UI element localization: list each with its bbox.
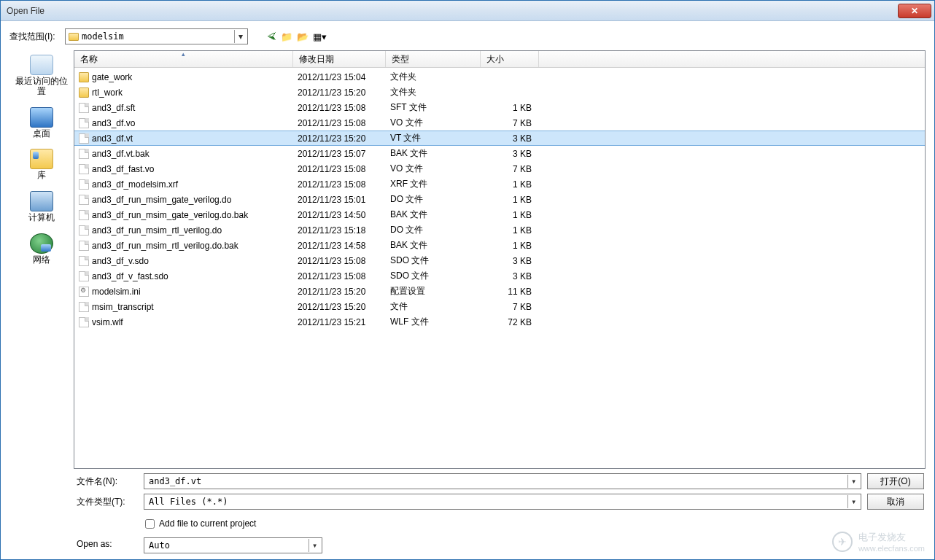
file-row[interactable]: modelsim.ini2012/11/23 15:20配置设置11 KB [74, 284, 925, 299]
file-date: 2012/11/23 15:21 [298, 317, 390, 327]
file-icon [79, 256, 89, 266]
main-row: 最近访问的位置 桌面 库 计算机 网络 [9, 50, 926, 469]
file-row[interactable]: rtl_work2012/11/23 15:20文件夹 [74, 85, 925, 100]
file-name: modelsim.ini [92, 287, 141, 297]
place-desktop[interactable]: 桌面 [15, 107, 68, 139]
file-type: VO 文件 [390, 163, 485, 175]
file-date: 2012/11/23 15:20 [298, 302, 390, 312]
file-row[interactable]: and3_df_run_msim_gate_verilog.do2012/11/… [74, 192, 925, 207]
cancel-button[interactable]: 取消 [867, 494, 924, 510]
view-menu-icon[interactable]: ▦▾ [313, 31, 327, 42]
place-recent[interactable]: 最近访问的位置 [15, 55, 68, 97]
add-to-project-checkbox[interactable] [145, 519, 155, 529]
recent-places-icon [30, 55, 53, 75]
file-type: DO 文件 [390, 193, 485, 206]
place-libraries[interactable]: 库 [15, 149, 68, 181]
file-row[interactable]: and3_df_modelsim.xrf2012/11/23 15:08XRF … [74, 176, 925, 192]
file-date: 2012/11/23 14:58 [298, 241, 390, 251]
file-row[interactable]: and3_df_v_fast.sdo2012/11/23 15:08SDO 文件… [74, 268, 925, 284]
file-row[interactable]: and3_df.vo2012/11/23 15:08VO 文件7 KB [74, 115, 925, 131]
file-icon [79, 179, 89, 190]
up-folder-icon[interactable]: 📁 [281, 31, 292, 42]
file-type: SDO 文件 [390, 270, 485, 282]
filename-label: 文件名(N): [74, 475, 144, 488]
file-name: msim_transcript [92, 302, 154, 312]
file-type: VT 文件 [390, 132, 485, 144]
file-name: and3_df.vo [92, 118, 135, 128]
file-name: and3_df_modelsim.xrf [92, 179, 178, 190]
column-header-name[interactable]: 名称 [74, 51, 293, 67]
file-name: and3_df_v.sdo [92, 256, 149, 266]
file-type: BAK 文件 [390, 147, 485, 160]
file-name: and3_df_v_fast.sdo [92, 271, 168, 281]
column-header-date[interactable]: 修改日期 [293, 51, 386, 67]
desktop-icon [30, 107, 53, 128]
file-icon [79, 133, 89, 144]
place-label: 网络 [15, 255, 68, 265]
file-size: 11 KB [485, 287, 540, 297]
file-date: 2012/11/23 15:01 [298, 195, 390, 205]
file-name: and3_df_fast.vo [92, 164, 154, 174]
lookup-value: modelsim [82, 31, 234, 42]
file-icon [79, 164, 89, 174]
file-size: 1 KB [485, 103, 540, 113]
file-list[interactable]: gate_work2012/11/23 15:04文件夹rtl_work2012… [74, 68, 925, 468]
file-icon [79, 195, 89, 205]
place-computer[interactable]: 计算机 [15, 191, 68, 223]
file-size: 3 KB [485, 256, 540, 266]
file-row[interactable]: and3_df.vt.bak2012/11/23 15:07BAK 文件3 KB [74, 146, 925, 161]
file-type: DO 文件 [390, 224, 485, 236]
file-type: 文件夹 [390, 71, 485, 83]
place-label: 最近访问的位置 [15, 77, 68, 97]
place-network[interactable]: 网络 [15, 233, 68, 265]
file-name: gate_work [92, 72, 132, 82]
chevron-down-icon[interactable]: ▾ [847, 495, 859, 508]
file-type: SDO 文件 [390, 254, 485, 267]
file-name: and3_df.sft [92, 103, 135, 113]
window-title: Open File [4, 6, 898, 16]
file-size: 3 KB [485, 133, 540, 144]
openas-select[interactable]: Auto ▾ [144, 537, 322, 553]
back-icon[interactable]: ⮘ [267, 31, 276, 42]
file-type: 文件夹 [390, 86, 485, 98]
new-folder-icon[interactable]: 📂 [297, 31, 309, 42]
file-icon [79, 302, 89, 312]
filename-input[interactable]: and3_df.vt ▾ [144, 473, 861, 489]
chevron-down-icon[interactable]: ▾ [309, 539, 320, 552]
close-button[interactable]: ✕ [898, 4, 931, 18]
file-type: SFT 文件 [390, 101, 485, 114]
file-icon [79, 118, 89, 128]
folder-icon [69, 33, 79, 41]
column-header-type[interactable]: 类型 [386, 51, 481, 67]
column-header-size[interactable]: 大小 [481, 51, 539, 67]
chevron-down-icon[interactable]: ▾ [847, 475, 859, 488]
file-row[interactable]: gate_work2012/11/23 15:04文件夹 [74, 69, 925, 85]
place-label: 库 [15, 171, 68, 181]
file-icon [79, 317, 89, 327]
filetype-select[interactable]: All Files (*.*) ▾ [144, 494, 861, 510]
file-row[interactable]: msim_transcript2012/11/23 15:20文件7 KB [74, 299, 925, 314]
file-type: BAK 文件 [390, 239, 485, 252]
file-size: 1 KB [485, 179, 540, 190]
file-size: 1 KB [485, 210, 540, 220]
file-row[interactable]: and3_df_v.sdo2012/11/23 15:08SDO 文件3 KB [74, 253, 925, 268]
file-row[interactable]: and3_df.sft2012/11/23 15:08SFT 文件1 KB [74, 100, 925, 115]
file-date: 2012/11/23 15:20 [298, 287, 390, 297]
titlebar[interactable]: Open File ✕ [1, 1, 934, 21]
file-row[interactable]: vsim.wlf2012/11/23 15:21WLF 文件72 KB [74, 314, 925, 330]
file-row[interactable]: and3_df.vt2012/11/23 15:20VT 文件3 KB [74, 131, 925, 146]
file-row[interactable]: and3_df_run_msim_rtl_verilog.do2012/11/2… [74, 222, 925, 238]
place-label: 计算机 [15, 213, 68, 223]
file-size: 3 KB [485, 271, 540, 281]
file-row[interactable]: and3_df_run_msim_gate_verilog.do.bak2012… [74, 207, 925, 222]
file-row[interactable]: and3_df_run_msim_rtl_verilog.do.bak2012/… [74, 238, 925, 253]
file-size: 1 KB [485, 225, 540, 236]
file-list-header: 名称 修改日期 类型 大小 [74, 51, 925, 68]
file-icon [79, 271, 89, 281]
chevron-down-icon[interactable]: ▾ [234, 30, 246, 43]
open-button[interactable]: 打开(O) [867, 473, 924, 489]
lookup-combo[interactable]: modelsim ▾ [65, 28, 248, 44]
file-row[interactable]: and3_df_fast.vo2012/11/23 15:08VO 文件7 KB [74, 161, 925, 176]
file-icon [79, 149, 89, 159]
lookup-label: 查找范围(I): [9, 31, 61, 43]
